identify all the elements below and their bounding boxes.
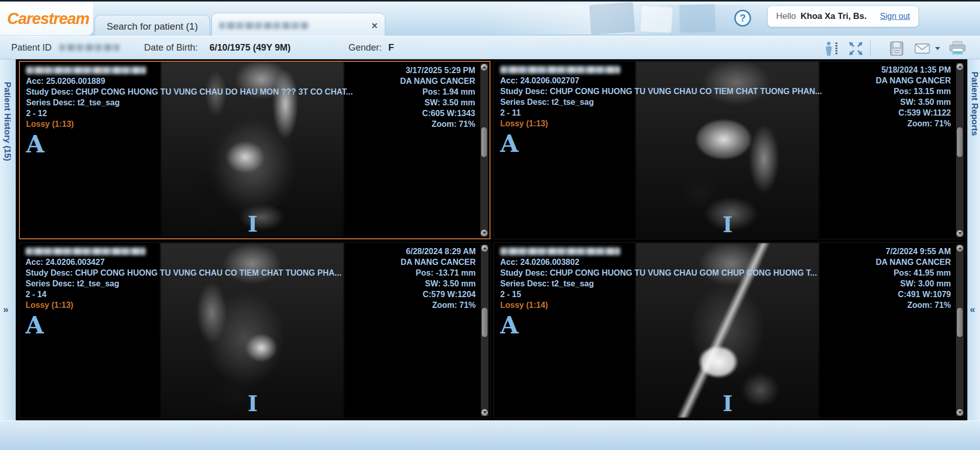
localizer-icon[interactable] xyxy=(823,39,842,58)
viewer-panel-1[interactable]: Acc: 25.0206.001889 Study Desc: CHUP CON… xyxy=(19,61,491,239)
image-index-line: 2 - 14 xyxy=(26,289,341,300)
lossy-line: Lossy (1:13) xyxy=(26,300,341,310)
help-icon[interactable]: ? xyxy=(734,10,751,27)
email-icon[interactable] xyxy=(913,39,932,58)
scroll-up-icon[interactable] xyxy=(956,245,963,252)
lossy-line: Lossy (1:14) xyxy=(500,300,817,310)
expand-reports-icon[interactable]: « xyxy=(970,304,975,315)
facility-line: DA NANG CANCER xyxy=(876,257,951,267)
fullscreen-icon[interactable] xyxy=(846,39,866,58)
series-desc-line: Series Desc: t2_tse_sag xyxy=(500,97,822,107)
tab-search-for-patient[interactable]: Search for patient (1) xyxy=(95,15,210,37)
application-window: Carestream Search for patient (1) × ? He… xyxy=(0,0,980,450)
scrollbar-thumb[interactable] xyxy=(957,127,963,157)
header-decoration xyxy=(641,6,673,33)
orientation-marker-anterior: A xyxy=(26,313,44,337)
overlay-right: 6/28/2024 8:29 AM DA NANG CANCER Pos: -1… xyxy=(401,246,476,310)
tab-active-patient[interactable]: × xyxy=(212,13,385,37)
zoom-line: Zoom: 71% xyxy=(400,119,475,129)
patient-name-redacted xyxy=(26,248,146,255)
viewer-panel-4[interactable]: Acc: 24.0206.003802 Study Desc: CHUP CON… xyxy=(494,242,966,418)
accession-line: Acc: 24.0206.002707 xyxy=(500,75,822,86)
toolbar-divider xyxy=(870,39,871,57)
patient-info-bar: Patient ID Date of Birth: 6/10/1975 (49Y… xyxy=(0,36,980,59)
accession-line: Acc: 24.0206.003427 xyxy=(26,257,341,267)
panel-scrollbar[interactable] xyxy=(956,63,964,237)
tab-label: Search for patient (1) xyxy=(107,21,198,32)
overlay-left: Acc: 24.0206.003427 Study Desc: CHUP CON… xyxy=(26,246,341,310)
tab-patient-name-redacted xyxy=(219,22,309,29)
window-level-line: C:539 W:1122 xyxy=(876,107,951,118)
study-desc-line: Study Desc: CHUP CONG HUONG TU VUNG CHAU… xyxy=(500,86,822,97)
orientation-marker-anterior: A xyxy=(500,132,519,155)
facility-line: DA NANG CANCER xyxy=(401,257,476,267)
scroll-down-icon[interactable] xyxy=(956,230,963,237)
accession-line: Acc: 24.0206.003802 xyxy=(500,257,817,267)
viewer-panel-2[interactable]: Acc: 24.0206.002707 Study Desc: CHUP CON… xyxy=(494,61,966,239)
carestream-logo: Carestream xyxy=(7,10,89,28)
sign-out-link[interactable]: Sign out xyxy=(880,12,910,21)
email-dropdown-icon[interactable] xyxy=(933,39,942,58)
greeting-label: Hello xyxy=(776,11,796,21)
panel-scrollbar[interactable] xyxy=(956,244,964,416)
image-index-line: 2 - 11 xyxy=(500,107,822,118)
overlay-left: Acc: 25.0206.001889 Study Desc: CHUP CON… xyxy=(26,65,353,129)
gender-label: Gender: xyxy=(348,42,382,53)
scroll-down-icon[interactable] xyxy=(481,409,488,416)
header-decoration xyxy=(679,4,716,33)
overlay-left: Acc: 24.0206.002707 Study Desc: CHUP CON… xyxy=(500,64,822,129)
patient-reports-sidebar[interactable]: Patient Reports « xyxy=(967,59,980,420)
slice-width-line: SW: 3.50 mm xyxy=(401,278,476,289)
datetime-line: 7/2/2024 9:55 AM xyxy=(876,246,951,257)
viewer-panel-3[interactable]: Acc: 24.0206.003427 Study Desc: CHUP CON… xyxy=(19,242,491,418)
window-level-line: C:491 W:1079 xyxy=(876,289,951,300)
patient-history-label: Patient History (15) xyxy=(2,82,12,161)
gender-value: F xyxy=(388,42,394,53)
patient-history-sidebar[interactable]: Patient History (15) » xyxy=(0,59,16,420)
window-level-line: C:579 W:1204 xyxy=(401,289,476,300)
position-line: Pos: 13.15 mm xyxy=(876,86,951,97)
scroll-up-icon[interactable] xyxy=(481,245,488,252)
scroll-up-icon[interactable] xyxy=(481,64,487,71)
lossy-line: Lossy (1:13) xyxy=(500,118,822,129)
scrollbar-thumb[interactable] xyxy=(482,308,487,337)
app-header: Carestream Search for patient (1) × ? He… xyxy=(0,0,980,36)
slice-width-line: SW: 3.50 mm xyxy=(876,97,951,107)
close-tab-icon[interactable]: × xyxy=(371,20,378,31)
patient-id-redacted xyxy=(59,44,120,51)
series-desc-line: Series Desc: t2_tse_sag xyxy=(500,278,817,289)
patient-id-label: Patient ID xyxy=(11,42,52,53)
facility-line: DA NANG CANCER xyxy=(400,76,475,86)
position-line: Pos: 41.95 mm xyxy=(876,267,951,278)
scroll-down-icon[interactable] xyxy=(481,230,487,236)
series-desc-line: Series Desc: t2_tse_sag xyxy=(26,278,341,289)
dob-label: Date of Birth: xyxy=(144,42,198,53)
patient-name-redacted xyxy=(500,66,620,74)
orientation-marker-inferior: I xyxy=(248,393,258,415)
orientation-marker-inferior: I xyxy=(248,214,258,235)
panel-scrollbar[interactable] xyxy=(480,63,488,237)
overlay-left: Acc: 24.0206.003802 Study Desc: CHUP CON… xyxy=(500,246,817,310)
study-desc-line: Study Desc: CHUP CONG HUONG TU VUNG CHAU… xyxy=(500,267,817,278)
overlay-right: 7/2/2024 9:55 AM DA NANG CANCER Pos: 41.… xyxy=(876,246,951,310)
dob-value: 6/10/1975 (49Y 9M) xyxy=(209,42,291,53)
scrollbar-thumb[interactable] xyxy=(481,127,487,157)
overlay-right: 3/17/2025 5:29 PM DA NANG CANCER Pos: 1.… xyxy=(400,65,475,129)
print-icon[interactable] xyxy=(946,39,969,58)
panel-scrollbar[interactable] xyxy=(481,244,488,416)
image-index-line: 2 - 12 xyxy=(26,108,353,119)
image-index-line: 2 - 15 xyxy=(500,289,817,300)
patient-name-redacted xyxy=(26,66,146,74)
expand-history-icon[interactable]: » xyxy=(3,304,9,315)
datetime-line: 6/28/2024 8:29 AM xyxy=(401,246,476,257)
scroll-down-icon[interactable] xyxy=(956,409,963,416)
datetime-line: 3/17/2025 5:29 PM xyxy=(400,65,475,76)
save-icon[interactable] xyxy=(887,39,906,58)
patient-name-redacted xyxy=(500,248,620,255)
slice-width-line: SW: 3.50 mm xyxy=(400,97,475,108)
scroll-up-icon[interactable] xyxy=(956,63,963,70)
orientation-marker-inferior: I xyxy=(722,393,733,415)
position-line: Pos: 1.94 mm xyxy=(400,86,475,97)
patient-reports-label: Patient Reports xyxy=(969,72,979,136)
scrollbar-thumb[interactable] xyxy=(957,308,963,337)
